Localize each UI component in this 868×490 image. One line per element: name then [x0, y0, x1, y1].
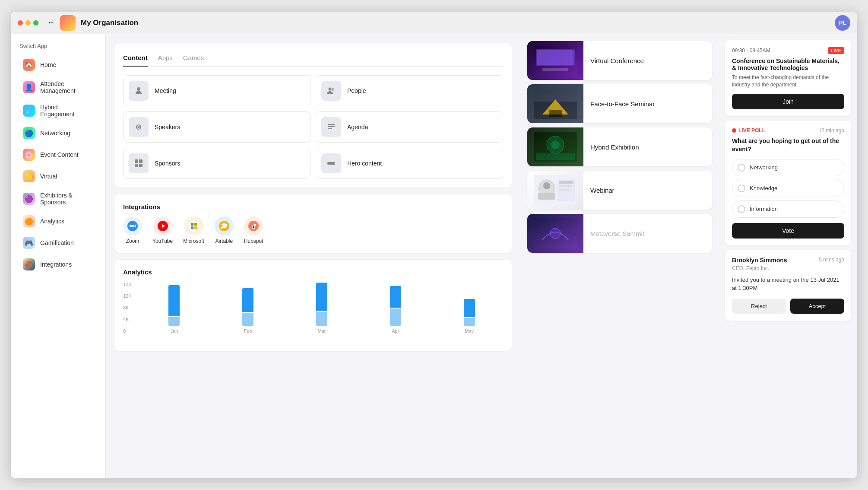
- svg-point-33: [551, 140, 560, 149]
- y-label-12k: 12K: [123, 282, 139, 287]
- back-button[interactable]: ←: [47, 18, 55, 27]
- microsoft-label: Microsoft: [183, 238, 204, 244]
- content-card: Content Apps Games Meeting: [114, 43, 512, 188]
- integrations-row: Zoom YouTube Microsoft: [123, 216, 503, 244]
- events-panel: Virtual Conference Face-to-Face Seminar: [520, 34, 719, 478]
- svg-rect-18: [191, 226, 193, 229]
- integration-hubspot[interactable]: Hubspot: [244, 216, 263, 244]
- sidebar-item-networking[interactable]: 🔵 Networking: [14, 123, 102, 143]
- poll-time-ago: 12 min ago: [819, 127, 844, 134]
- integration-airtable[interactable]: Airtable: [215, 216, 234, 244]
- switch-app-label: Switch App: [11, 41, 105, 54]
- svg-point-4: [138, 126, 140, 128]
- attendee-icon: 👤: [23, 81, 35, 93]
- bar-may: May: [435, 283, 503, 334]
- svg-point-2: [332, 88, 334, 91]
- event-name-face: Face-to-Face Seminar: [583, 100, 662, 108]
- y-label-4k: 4K: [123, 317, 139, 322]
- sidebar-item-exhibitors[interactable]: 🟣 Exhibitors & Sponsors: [14, 188, 102, 210]
- poll-radio-information[interactable]: [738, 205, 745, 213]
- poll-option-networking[interactable]: Networking: [732, 159, 844, 176]
- event-card-face[interactable]: Face-to-Face Seminar: [527, 84, 712, 123]
- vote-button[interactable]: Vote: [732, 223, 844, 239]
- event-card-metaverse[interactable]: Metaverse Summit: [527, 214, 712, 253]
- analytics-icon: 🟠: [23, 215, 35, 227]
- event-content-icon: 🌸: [23, 149, 35, 161]
- poll-option-knowledge[interactable]: Knowledge: [732, 180, 844, 197]
- poll-radio-networking[interactable]: [738, 164, 745, 172]
- live-poll-label: LIVE POLL: [738, 127, 765, 134]
- content-item-speakers[interactable]: Speakers: [123, 111, 310, 143]
- session-time: 09:30 - 09:45AM: [732, 48, 770, 54]
- svg-rect-38: [538, 193, 555, 200]
- content-item-sponsors[interactable]: Sponsors: [123, 148, 310, 179]
- sidebar-item-hybrid-engagement[interactable]: 💧 Hybrid Engagement: [14, 99, 102, 122]
- content-item-people[interactable]: People: [316, 75, 503, 106]
- sidebar-item-attendee[interactable]: 👤 Attendee Management: [14, 76, 102, 99]
- sidebar-item-gamification[interactable]: 🎮 Gamification: [14, 232, 102, 253]
- sidebar-item-home[interactable]: 🏠 Home: [14, 54, 102, 75]
- event-card-hybrid[interactable]: Hybrid Exhibition: [527, 127, 712, 166]
- chart-y-labels: 12K 10K 8K 4K 0: [123, 282, 139, 334]
- sidebar-virtual-label: Virtual: [40, 173, 57, 180]
- event-card-vc[interactable]: Virtual Conference: [527, 41, 712, 80]
- tab-content[interactable]: Content: [123, 51, 148, 67]
- integration-zoom[interactable]: Zoom: [123, 216, 142, 244]
- fullscreen-button[interactable]: [33, 20, 38, 25]
- sidebar-item-integrations[interactable]: 🟤 Integrations: [14, 254, 102, 275]
- integration-microsoft[interactable]: Microsoft: [183, 216, 204, 244]
- svg-point-1: [329, 88, 332, 91]
- app-window: ← My Organisation PL Switch App 🏠 Home 👤…: [11, 12, 857, 478]
- reject-button[interactable]: Reject: [732, 299, 786, 314]
- close-button[interactable]: [18, 20, 23, 25]
- invite-time-ago: 5 mins ago: [819, 257, 844, 263]
- minimize-button[interactable]: [25, 20, 31, 25]
- svg-rect-30: [549, 110, 562, 117]
- svg-rect-10: [135, 164, 138, 167]
- event-card-webinar[interactable]: Webinar: [527, 171, 712, 210]
- integration-youtube[interactable]: YouTube: [152, 216, 173, 244]
- content-item-agenda[interactable]: Agenda: [316, 111, 503, 143]
- live-session-card: 09:30 - 09:45AM LIVE Conference on Susta…: [725, 40, 851, 116]
- sidebar-exhibitors-label: Exhibitors & Sponsors: [40, 192, 93, 206]
- live-poll-badge: LIVE POLL: [732, 127, 765, 134]
- microsoft-icon: [184, 216, 203, 235]
- poll-radio-knowledge[interactable]: [738, 185, 745, 192]
- content-item-meeting[interactable]: Meeting: [123, 75, 310, 106]
- analytics-title: Analytics: [123, 268, 503, 276]
- tab-apps[interactable]: Apps: [158, 51, 173, 67]
- event-thumb-hybrid: [527, 127, 583, 166]
- svg-point-0: [137, 87, 140, 91]
- svg-rect-11: [139, 164, 143, 167]
- accept-button[interactable]: Accept: [790, 299, 844, 314]
- tab-games[interactable]: Games: [183, 51, 204, 67]
- sidebar-item-virtual[interactable]: 🟡 Virtual: [14, 166, 102, 187]
- sidebar-analytics-label: Analytics: [40, 218, 64, 225]
- sidebar: Switch App 🏠 Home 👤 Attendee Management …: [11, 34, 106, 478]
- svg-rect-17: [194, 223, 197, 226]
- zoom-label: Zoom: [126, 238, 139, 244]
- bar-jan: Jan: [140, 283, 208, 334]
- titlebar: ← My Organisation PL: [11, 12, 857, 34]
- content-item-hero[interactable]: Hero content: [316, 148, 503, 179]
- org-title: My Organisation: [81, 19, 138, 27]
- sidebar-item-analytics[interactable]: 🟠 Analytics: [14, 211, 102, 232]
- sidebar-attendee-label: Attendee Management: [40, 80, 93, 94]
- session-desc: To meet the fast-changing demands of the…: [732, 74, 844, 89]
- event-name-hybrid: Hybrid Exhibition: [583, 143, 646, 151]
- svg-rect-9: [139, 159, 143, 163]
- virtual-icon: 🟡: [23, 170, 35, 182]
- sidebar-networking-label: Networking: [40, 130, 70, 137]
- poll-option-information[interactable]: Information: [732, 200, 844, 218]
- hero-content-icon: [321, 153, 341, 173]
- svg-rect-19: [194, 226, 197, 229]
- svg-rect-16: [191, 223, 193, 226]
- content-grid: Meeting People Speakers: [123, 75, 503, 179]
- user-avatar[interactable]: PL: [835, 15, 850, 31]
- join-button[interactable]: Join: [732, 94, 844, 109]
- org-logo: [60, 15, 76, 31]
- svg-point-37: [543, 182, 550, 189]
- invite-header: Brooklyn Simmons 5 mins ago: [732, 257, 844, 264]
- sidebar-item-event-content[interactable]: 🌸 Event Content: [14, 144, 102, 165]
- chart-bars: Jan Feb: [140, 282, 503, 334]
